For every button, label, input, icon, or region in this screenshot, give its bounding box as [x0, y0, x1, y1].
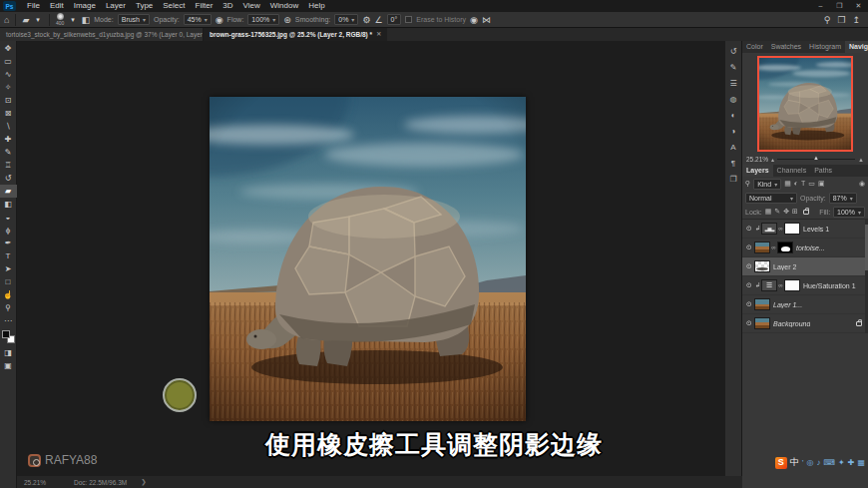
status-menu-chevron-icon[interactable]: ❯: [141, 478, 146, 486]
menu-window[interactable]: Window: [265, 0, 303, 12]
properties-panel-icon[interactable]: ☰: [725, 75, 742, 91]
ime-keyboard-icon[interactable]: ⌨: [823, 458, 835, 467]
layer-name[interactable]: Background: [773, 320, 810, 327]
filter-smart-object-icon[interactable]: ▣: [818, 180, 825, 188]
layer-row-levels-1[interactable]: ⊙ ↲ ∞ Levels 1: [742, 220, 868, 239]
layer-thumbnail[interactable]: [754, 317, 770, 329]
visibility-eye-icon[interactable]: ⊙: [744, 319, 754, 327]
history-brush-tool[interactable]: ↺: [0, 172, 17, 185]
eraser-tool-icon[interactable]: ▰: [22, 13, 29, 27]
menu-edit[interactable]: Edit: [45, 0, 69, 12]
adjustments-panel-icon[interactable]: ◍: [725, 91, 742, 107]
blend-mode-select[interactable]: Normal ▾: [745, 193, 797, 204]
tab-layers[interactable]: Layers: [742, 165, 773, 177]
spot-healing-tool[interactable]: ✚: [0, 133, 17, 146]
move-tool[interactable]: ✥: [0, 42, 17, 55]
filter-type-icon[interactable]: T: [801, 180, 805, 188]
smoothing-select[interactable]: 0% ▾: [334, 14, 358, 25]
menu-layer[interactable]: Layer: [101, 0, 131, 12]
layer-name[interactable]: tortoise...: [796, 244, 825, 251]
minimize-button[interactable]: –: [811, 0, 830, 12]
patterns-panel-icon[interactable]: ◑: [725, 123, 742, 139]
airbrush-icon[interactable]: ⊛: [283, 13, 291, 27]
visibility-eye-icon[interactable]: ⊙: [744, 300, 754, 308]
smoothing-gear-icon[interactable]: ⚙: [362, 13, 370, 27]
zoom-slider-thumb[interactable]: ▲: [813, 155, 819, 161]
filter-group-icon[interactable]: ▭: [808, 180, 815, 188]
quick-mask-button[interactable]: ◨: [0, 346, 17, 359]
zoom-out-icon[interactable]: ▴: [771, 156, 774, 163]
history-panel-icon[interactable]: ↺: [725, 43, 742, 59]
pressure-opacity-icon[interactable]: ◉: [216, 13, 223, 27]
visibility-eye-icon[interactable]: ⊙: [744, 225, 754, 233]
rectangle-tool[interactable]: □: [0, 275, 17, 288]
layer-name[interactable]: Layer 2: [773, 263, 796, 270]
dodge-tool[interactable]: ϕ: [0, 224, 17, 237]
brush-preset-picker[interactable]: 400: [56, 13, 64, 26]
ime-skin-icon[interactable]: ✦: [838, 458, 845, 467]
filter-pixel-icon[interactable]: ▦: [784, 180, 791, 188]
foreground-color-swatch[interactable]: [2, 330, 10, 338]
layer-thumbnail[interactable]: [754, 260, 770, 272]
layer-row-hue-saturation-1[interactable]: ⊙ ↲ ∞ Hue/Saturation 1: [742, 276, 868, 295]
pen-tool[interactable]: ✒: [0, 237, 17, 249]
gradients-panel-icon[interactable]: ◐: [725, 107, 742, 123]
layer-name[interactable]: Hue/Saturation 1: [803, 282, 856, 289]
blur-tool[interactable]: ◒: [0, 211, 17, 224]
close-tab-icon[interactable]: ✕: [376, 28, 381, 41]
quick-selection-tool[interactable]: ✧: [0, 81, 17, 94]
brush-tool[interactable]: ✎: [0, 146, 17, 159]
lock-move-icon[interactable]: ✥: [783, 208, 789, 216]
screen-mode-button[interactable]: ▣: [0, 359, 17, 372]
menu-type[interactable]: Type: [131, 0, 158, 12]
eyedropper-tool[interactable]: ∖: [0, 120, 17, 133]
tab-histogram[interactable]: Histogram: [805, 41, 845, 53]
menu-view[interactable]: View: [238, 0, 265, 12]
ime-emoji-icon[interactable]: ◎: [807, 458, 814, 467]
libraries-panel-icon[interactable]: ❐: [725, 171, 742, 187]
layer-mask-thumbnail[interactable]: [784, 223, 800, 235]
sogou-input-icon[interactable]: S: [775, 457, 787, 469]
layer-opacity-select[interactable]: 87% ▾: [829, 193, 857, 204]
close-button[interactable]: ✕: [849, 0, 868, 12]
flow-select[interactable]: 100% ▾: [247, 14, 279, 25]
eraser-tool[interactable]: ▰: [0, 185, 17, 198]
layer-name[interactable]: Levels 1: [803, 226, 829, 233]
layer-search-icon[interactable]: ⚲: [745, 180, 750, 188]
toggle-brush-panel-icon[interactable]: ◧: [82, 13, 91, 27]
ime-toolbox-icon[interactable]: ✚: [848, 458, 855, 467]
path-selection-tool[interactable]: ➤: [0, 262, 17, 275]
menu-filter[interactable]: Filter: [191, 0, 218, 12]
tab-color[interactable]: Color: [742, 41, 767, 53]
hue-saturation-adjustment-thumbnail[interactable]: [761, 279, 777, 291]
menu-select[interactable]: Select: [158, 0, 190, 12]
photoshop-logo-icon[interactable]: Ps: [3, 1, 16, 11]
layer-name[interactable]: Layer 1...: [773, 301, 802, 308]
levels-adjustment-thumbnail[interactable]: [761, 223, 777, 235]
layer-mask-thumbnail[interactable]: [784, 279, 800, 291]
fill-select[interactable]: 100% ▾: [833, 207, 865, 218]
color-swatches[interactable]: [2, 330, 15, 343]
restore-button[interactable]: ❐: [830, 0, 849, 12]
share-icon[interactable]: ↥: [852, 13, 860, 27]
lock-transparent-icon[interactable]: ▦: [765, 208, 772, 216]
crop-tool[interactable]: ⊡: [0, 94, 17, 107]
visibility-eye-icon[interactable]: ⊙: [744, 281, 754, 289]
brush-angle-field[interactable]: 0°: [387, 14, 402, 25]
navigator-zoom-value[interactable]: 25.21%: [746, 156, 768, 163]
gradient-tool[interactable]: ◧: [0, 198, 17, 211]
document-tab-brown-grass[interactable]: brown-grass-1756325.jpg @ 25.2% (Layer 2…: [204, 28, 387, 41]
menu-3d[interactable]: 3D: [217, 0, 237, 12]
layer-thumbnail[interactable]: [754, 298, 770, 310]
search-icon[interactable]: ⚲: [824, 13, 831, 27]
tab-swatches[interactable]: Swatches: [767, 41, 805, 53]
layer-row-layer-2-selected[interactable]: ⊙ Layer 2: [742, 257, 868, 276]
tab-paths[interactable]: Paths: [810, 165, 836, 177]
ime-voice-icon[interactable]: ♪: [816, 458, 820, 467]
document-tab-tortoise[interactable]: tortoise3_stock_by_silkenwebs_d1yuzba.jp…: [0, 28, 204, 41]
layer-row-tortoise[interactable]: ⊙ ∞ tortoise...: [742, 239, 868, 257]
brush-settings-panel-icon[interactable]: ✎: [725, 59, 742, 75]
filter-toggle-icon[interactable]: ◉: [859, 180, 865, 188]
opacity-select[interactable]: 45% ▾: [184, 14, 212, 25]
erase-to-history-checkbox[interactable]: [405, 16, 412, 23]
